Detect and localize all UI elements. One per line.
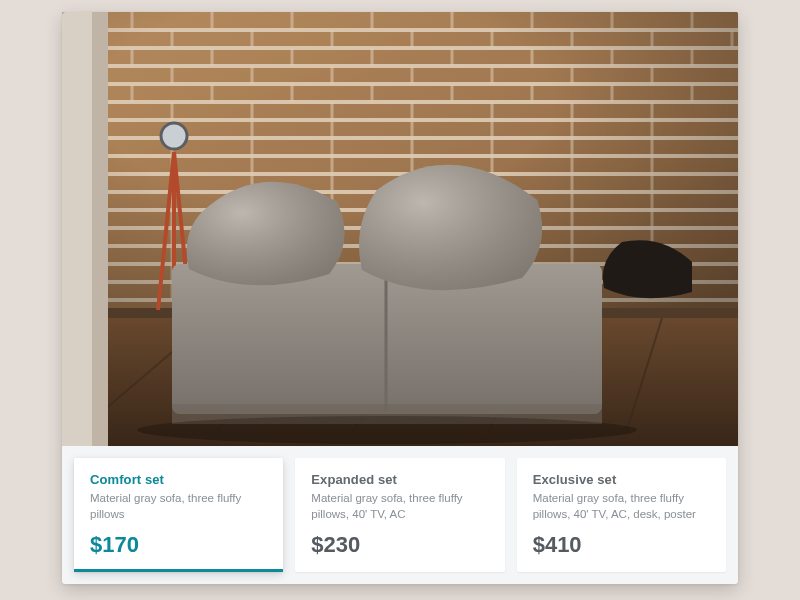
option-description: Material gray sofa, three fluffy pillows…: [311, 491, 488, 522]
option-expanded-set[interactable]: Expanded set Material gray sofa, three f…: [295, 458, 504, 572]
product-card: Comfort set Material gray sofa, three fl…: [62, 12, 738, 584]
option-exclusive-set[interactable]: Exclusive set Material gray sofa, three …: [517, 458, 726, 572]
option-title: Expanded set: [311, 472, 488, 487]
room-illustration: [62, 12, 738, 446]
svg-rect-75: [92, 12, 108, 446]
svg-point-85: [137, 416, 637, 444]
option-price: $410: [533, 522, 710, 558]
hero-image: [62, 12, 738, 446]
option-list: Comfort set Material gray sofa, three fl…: [62, 446, 738, 584]
option-title: Exclusive set: [533, 472, 710, 487]
option-title: Comfort set: [90, 472, 267, 487]
selection-indicator: [74, 569, 283, 572]
option-price: $230: [311, 522, 488, 558]
option-description: Material gray sofa, three fluffy pillows…: [533, 491, 710, 522]
option-price: $170: [90, 522, 267, 558]
option-description: Material gray sofa, three fluffy pillows: [90, 491, 267, 522]
option-comfort-set[interactable]: Comfort set Material gray sofa, three fl…: [74, 458, 283, 572]
